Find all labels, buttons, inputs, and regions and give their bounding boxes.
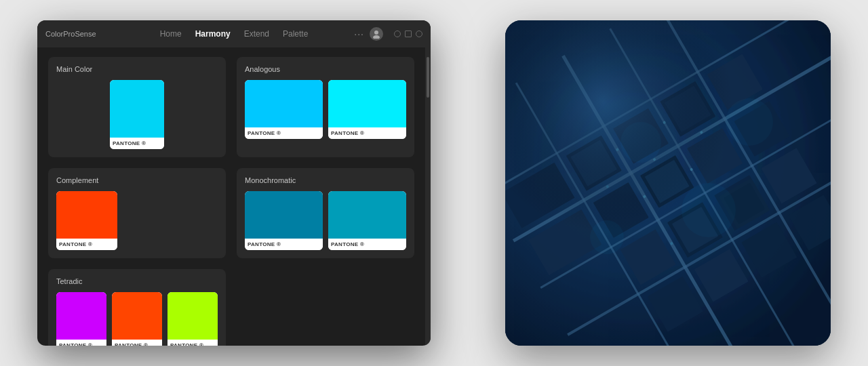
analogous-swatch-1 bbox=[245, 80, 323, 127]
tetradic-label-1: PANTONE ® bbox=[56, 340, 106, 346]
maximize-button[interactable] bbox=[405, 30, 412, 37]
avatar[interactable] bbox=[370, 27, 383, 41]
complement-title: Complement bbox=[56, 176, 218, 184]
monochromatic-cards: PANTONE ® PANTONE ® bbox=[245, 191, 406, 250]
monochromatic-title: Monochromatic bbox=[245, 176, 406, 184]
tetradic-title: Tetradic bbox=[56, 277, 218, 285]
scrollbar-thumb[interactable] bbox=[427, 57, 429, 98]
tetradic-card-1[interactable]: PANTONE ® bbox=[56, 292, 106, 346]
window-controls: ─ × bbox=[394, 30, 422, 37]
nav-palette[interactable]: Palette bbox=[283, 28, 308, 40]
tetradic-swatch-2 bbox=[112, 292, 162, 340]
tetradic-section: Tetradic PANTONE ® PANTONE ® PANTONE bbox=[48, 269, 226, 346]
analogous-card-1[interactable]: PANTONE ® bbox=[245, 80, 323, 139]
tetradic-swatch-1 bbox=[56, 292, 106, 340]
monochromatic-label-1: PANTONE ® bbox=[245, 239, 323, 250]
scroll-content[interactable]: Main Color PANTONE ® Analogous PANTONE ® bbox=[37, 47, 425, 346]
nav-bar: Home Harmony Extend Palette bbox=[160, 28, 309, 40]
title-bar: ColorProSense Home Harmony Extend Palett… bbox=[37, 20, 431, 47]
main-color-swatch bbox=[110, 80, 164, 138]
sections-grid: Main Color PANTONE ® Analogous PANTONE ® bbox=[48, 57, 414, 346]
complement-swatch-1 bbox=[56, 191, 117, 239]
analogous-section: Analogous PANTONE ® PANTONE ® bbox=[237, 57, 414, 157]
app-title: ColorProSense bbox=[45, 30, 96, 38]
tetradic-cards: PANTONE ® PANTONE ® PANTONE ® bbox=[56, 292, 218, 346]
monochromatic-card-2[interactable]: PANTONE ® bbox=[328, 191, 406, 250]
analogous-title: Analogous bbox=[245, 65, 406, 73]
analogous-label-1: PANTONE ® bbox=[245, 127, 323, 139]
tetradic-label-3: PANTONE ® bbox=[167, 340, 218, 346]
complement-label-1: PANTONE ® bbox=[56, 239, 117, 250]
complement-cards: PANTONE ® bbox=[56, 191, 218, 250]
app-content: Main Color PANTONE ® Analogous PANTONE ® bbox=[37, 47, 431, 346]
svg-rect-48 bbox=[505, 20, 831, 346]
analogous-label-2: PANTONE ® bbox=[328, 127, 406, 139]
tetradic-swatch-3 bbox=[167, 292, 218, 340]
nav-home[interactable]: Home bbox=[160, 28, 182, 40]
tetradic-card-3[interactable]: PANTONE ® bbox=[167, 292, 218, 346]
monochromatic-card-1[interactable]: PANTONE ® bbox=[245, 191, 323, 250]
monochromatic-swatch-2 bbox=[328, 191, 406, 239]
analogous-card-2[interactable]: PANTONE ® bbox=[328, 80, 406, 139]
city-canvas bbox=[505, 20, 831, 346]
svg-point-0 bbox=[374, 30, 378, 35]
svg-point-1 bbox=[373, 35, 380, 39]
nav-harmony[interactable]: Harmony bbox=[195, 28, 231, 40]
analogous-swatch-2 bbox=[328, 80, 406, 127]
complement-card-1[interactable]: PANTONE ® bbox=[56, 191, 117, 250]
main-color-section: Main Color PANTONE ® bbox=[48, 57, 226, 157]
app-window: ColorProSense Home Harmony Extend Palett… bbox=[37, 20, 431, 346]
complement-section: Complement PANTONE ® bbox=[48, 168, 226, 258]
city-image bbox=[505, 20, 831, 346]
more-options-button[interactable]: ··· bbox=[354, 28, 364, 39]
title-bar-right: ··· ─ × bbox=[354, 27, 422, 41]
analogous-cards: PANTONE ® PANTONE ® bbox=[245, 80, 406, 139]
monochromatic-section: Monochromatic PANTONE ® PANTONE ® bbox=[237, 168, 414, 258]
scrollbar[interactable] bbox=[425, 47, 431, 346]
nav-extend[interactable]: Extend bbox=[244, 28, 269, 40]
monochromatic-swatch-1 bbox=[245, 191, 323, 239]
tetradic-label-2: PANTONE ® bbox=[112, 340, 162, 346]
main-color-label: PANTONE ® bbox=[110, 138, 164, 149]
main-color-card[interactable]: PANTONE ® bbox=[110, 80, 164, 149]
tetradic-card-2[interactable]: PANTONE ® bbox=[112, 292, 162, 346]
close-button[interactable]: × bbox=[416, 30, 422, 37]
minimize-button[interactable]: ─ bbox=[394, 30, 401, 37]
main-color-title: Main Color bbox=[56, 65, 218, 73]
monochromatic-label-2: PANTONE ® bbox=[328, 239, 406, 250]
